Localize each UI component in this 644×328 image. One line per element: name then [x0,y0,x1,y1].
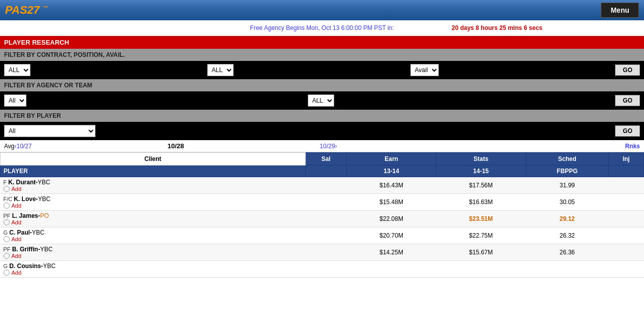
player-name: D. Cousins- [9,263,43,270]
menu-button[interactable]: Menu [601,3,639,18]
player-cell: G D. Cousins-YBCAdd [1,261,306,278]
next-date-link[interactable]: 10/29› [320,143,337,150]
prev-date-link[interactable]: ‹10/27 [14,143,31,150]
inj-cell [608,244,643,261]
stats-1415: $16.63M [436,194,526,211]
logo-accent: 2 [27,4,34,16]
inj-cell [608,194,643,211]
add-link[interactable]: Add [12,253,22,259]
sal-empty [305,244,346,261]
subheader-fbppg: FBPPG [526,166,608,177]
fbppg-value: 29.12 [526,211,608,227]
filter-contract-row: ALL ALL Avail GO [0,61,644,79]
subheader-sal1314: 13-14 [346,166,436,177]
filter-player-row: All GO [0,122,644,140]
earn-1314: $22.08M [346,211,436,227]
stats-1415: $17.56M [436,177,526,194]
sal-empty [305,177,346,194]
free-agency-countdown: 20 days 8 hours 25 mins 6 secs [452,24,542,31]
player-position: F/C [4,196,14,202]
col-inj: Inj [608,153,643,166]
free-agency-bar: Free Agency Begins Mon, Oct 13 6:00:00 P… [0,20,644,36]
col-sal: Sal [305,153,346,166]
add-radio[interactable] [4,186,10,192]
add-radio[interactable] [4,236,10,242]
add-link[interactable]: Add [12,236,22,242]
filter-agency-title: FILTER BY AGENCY OR TEAM [0,79,644,91]
subheader-player: PLAYER [1,166,306,177]
player-team: YBC [38,195,51,203]
stats-1415: $23.51M [436,211,526,227]
fbppg-value [526,261,608,278]
col-stats: Stats [436,153,526,166]
player-name: K. Durant- [8,179,38,186]
position-select[interactable]: ALL [207,64,234,76]
sal-empty [305,194,346,211]
col-client: Client [1,153,306,166]
player-cell: F K. Durant-YBCAdd [1,177,306,194]
player-team: YBC [43,263,56,270]
add-radio[interactable] [4,219,10,225]
player-name: C. Paul- [9,229,32,236]
subheader-sal1415: 14-15 [436,166,526,177]
earn-1314: $15.48M [346,194,436,211]
sal-empty [305,211,346,227]
add-radio[interactable] [4,253,10,259]
logo-text2: 7 [34,4,40,16]
player-table: Client Sal Earn Stats Sched Inj PLAYER 1… [0,152,644,278]
sal-empty [305,227,346,244]
player-position: G [4,263,10,269]
earn-1314: $20.70M [346,227,436,244]
player-team: YBC [32,229,45,236]
col-sched: Sched [526,153,608,166]
add-link[interactable]: Add [12,219,22,225]
player-position: F [4,179,9,185]
avg-label: Avg [4,143,14,150]
filter-player-go[interactable]: GO [615,125,640,137]
player-position: PF [4,246,12,252]
inj-cell [608,177,643,194]
filter-agency-row: All ALL GO [0,91,644,110]
filter-agency-go[interactable]: GO [615,95,640,106]
logo: PAS27 ™ [5,4,48,17]
current-date: 10/28 [32,142,320,150]
table-row: PF L. James-POAdd$22.08M$23.51M29.12 [1,211,644,227]
add-radio[interactable] [4,203,10,209]
add-link[interactable]: Add [12,186,22,192]
subheader-inj-empty [608,166,643,177]
free-agency-label: Free Agency Begins Mon, Oct 13 6:00:00 P… [250,24,394,31]
add-radio[interactable] [4,270,10,276]
player-team: YBC [38,179,50,186]
add-link[interactable]: Add [12,270,22,276]
inj-cell [608,261,643,278]
filter-player-title: FILTER BY PLAYER [0,110,644,122]
filter-contract-go[interactable]: GO [615,64,640,76]
player-position: PF [4,213,12,219]
rnks-link[interactable]: Rnks [625,143,640,150]
header: PAS27 ™ Menu [0,0,644,20]
table-row: F/C K. Love-YBCAdd$15.48M$16.63M30.05 [1,194,644,211]
team-select[interactable]: ALL [308,94,334,107]
player-name: B. Griffin- [12,246,40,253]
logo-tm: ™ [43,5,48,11]
fbppg-value: 30.05 [526,194,608,211]
earn-1314 [346,261,436,278]
player-research-title: PLAYER RESEARCH [0,36,644,49]
fbppg-value: 26.32 [526,227,608,244]
player-name: L. James- [12,212,40,219]
agency-select[interactable]: All [4,94,26,107]
avail-select[interactable]: Avail [410,64,439,76]
fbppg-value: 31.99 [526,177,608,194]
player-team: PO [40,212,49,219]
add-link[interactable]: Add [12,203,22,209]
col-earn: Earn [346,153,436,166]
inj-cell [608,211,643,227]
player-select[interactable]: All [4,125,95,137]
stats-1415 [436,261,526,278]
player-cell: PF L. James-POAdd [1,211,306,227]
player-name: K. Love- [14,195,38,203]
table-row: G C. Paul-YBCAdd$20.70M$22.75M26.32 [1,227,644,244]
earn-1314: $14.25M [346,244,436,261]
player-team: YBC [40,246,53,253]
contract-select[interactable]: ALL [4,64,30,76]
